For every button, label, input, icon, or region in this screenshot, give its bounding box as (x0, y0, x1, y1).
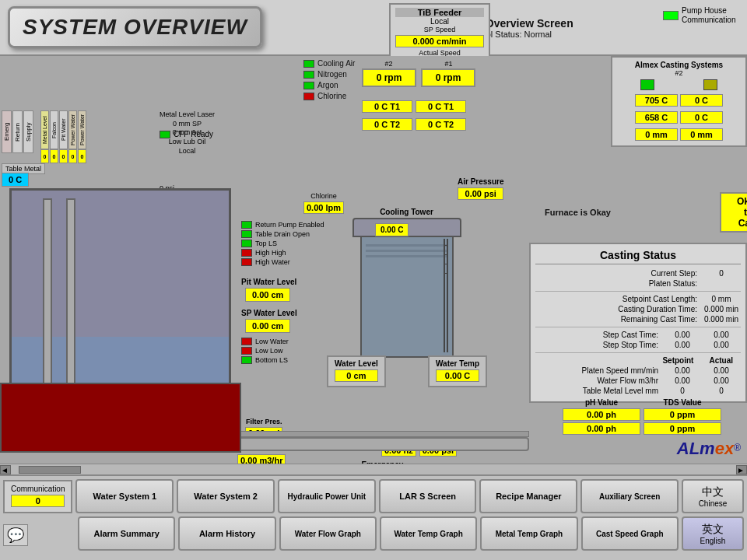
tds-value-2: 0 ppm (644, 422, 721, 435)
cs-setpoint-header: Setpoint (662, 356, 693, 365)
chinese-lang: 中文 (702, 485, 724, 499)
cs-platen-speed-label: Platen Speed mm/min (535, 366, 663, 375)
metal-level-btn[interactable]: Metal Level (40, 110, 49, 149)
cs-step-stop-label: Step Stop Time: (535, 341, 663, 349)
metal-temp-graph-btn[interactable]: Metal Temp Graph (480, 516, 577, 551)
water-temp-graph-btn[interactable]: Water Temp Graph (380, 516, 477, 551)
air-pressure-value: 0.00 psi (458, 187, 503, 200)
air-pressure-label: Air Pressure (458, 177, 503, 186)
title-box: SySTEM OVERVIEW (8, 6, 262, 48)
falcon-val: 0 (50, 149, 58, 163)
casting-status-panel: Casting Status Current Step: 0 Platen St… (529, 243, 747, 403)
cs-platen-speed: Platen Speed mm/min 0.00 0.00 (535, 366, 741, 375)
ind-label-1: Return Pump Enabled (255, 221, 324, 229)
cs-current-step: Current Step: 0 (535, 269, 741, 278)
cast-temp-3: 658 C (635, 111, 678, 124)
cast-mm-2: 0 mm (680, 128, 723, 141)
water-system-1-btn[interactable]: Water System 1 (75, 479, 174, 513)
almex-reg: ® (734, 443, 741, 453)
sp-water-level-label: SP Water Level (241, 309, 297, 317)
scroll-thumb[interactable] (19, 466, 81, 474)
ind-led-3 (241, 240, 252, 247)
main-title: SySTEM OVERVIEW (23, 15, 247, 39)
sp-water-level-value: 0.00 cm (245, 319, 290, 333)
temp-t1-2: 0 C T1 (416, 100, 466, 113)
water-system-2-btn[interactable]: Water System 2 (177, 479, 275, 513)
power-water-btn-1[interactable]: Power Water (68, 110, 77, 149)
cff-ready-area: CFF Ready (160, 130, 213, 138)
cs-remaining-cast: Remaining Cast Time: 0.000 min (535, 315, 741, 324)
lars-screen-btn[interactable]: LAR S Screen (379, 479, 477, 513)
horizontal-scrollbar[interactable]: ◄ ► (0, 464, 747, 474)
metal-level-val: 0 (40, 149, 49, 163)
cs-step-stop-sp: 0.00 (663, 341, 702, 349)
led-block-1 (640, 79, 654, 90)
cs-casting-duration: Casting Duration Time: 0.000 min (535, 305, 741, 313)
comm-label: Communication (11, 485, 65, 493)
pit-water-btn[interactable]: Pit Water (59, 110, 68, 149)
gas-cooling-air: Cooling Air (303, 59, 364, 68)
cs-step-cast: Step Cast Time: 0.00 0.00 (535, 331, 741, 339)
vert-power-water-2: Power Water 0 (78, 110, 86, 163)
cs-water-flow: Water Flow m3/hr 0.00 0.00 (535, 376, 741, 385)
cs-platen-speed-act: 0.00 (702, 366, 741, 375)
ind-high-water: High Water (241, 258, 342, 266)
metal-sp: 0 mm SP (160, 120, 215, 129)
alarm-history-btn[interactable]: Alarm History (178, 516, 275, 551)
tds-col: TDS Value 0 ppm 0 ppm (644, 398, 721, 436)
almex-logo-area: ALmex® (537, 439, 747, 459)
chat-icon[interactable]: 💬 (3, 524, 28, 546)
air-pressure-area: Air Pressure 0.00 psi (458, 177, 503, 201)
almex-cast-title: Almex Casting Systems (615, 61, 742, 69)
chart-area (0, 383, 241, 453)
cs-cast-length: Setpoint Cast Length: 0 mm (535, 295, 741, 303)
recipe-manager-btn[interactable]: Recipe Manager (479, 479, 577, 513)
alarm-summary-btn[interactable]: Alarm Summary (78, 516, 175, 551)
cs-table-metal-sp: 0 (663, 387, 702, 395)
cs-table-metal-level: Table Metal Level mm 0 0 (535, 387, 741, 395)
gas-nitrogen: Nitrogen (303, 70, 364, 79)
scroll-right-btn[interactable]: ► (736, 465, 747, 474)
emerg-btn[interactable]: Emerg (2, 110, 12, 153)
cs-casting-duration-value: 0.000 min (702, 305, 741, 313)
temp-t1-row: 0 C T1 0 C T1 0 C T2 0 C T2 (362, 99, 466, 132)
ind-high-high: High High (241, 249, 342, 257)
gas-led-4 (303, 93, 314, 100)
ind-label-3: Top LS (255, 240, 277, 247)
vert-item-return: Return (12, 110, 23, 153)
cs-platen-speed-sp: 0.00 (663, 366, 702, 375)
ind-label-5: High Water (255, 258, 290, 266)
footer-bottom-spacer: 💬 (3, 521, 75, 546)
water-flow-graph-btn[interactable]: Water Flow Graph (279, 516, 377, 551)
pump-house-led (663, 11, 679, 20)
gas-label-2: Nitrogen (317, 70, 364, 79)
filter-pres-label: Filter Pres. (245, 418, 282, 425)
power-water-btn-2[interactable]: Power Water (78, 110, 86, 149)
cs-step-cast-act: 0.00 (702, 331, 741, 339)
ind-top-ls: Top LS (241, 240, 342, 247)
gas-label-1: Cooling Air (317, 59, 364, 68)
tds-value-1: 0 ppm (644, 408, 721, 421)
gas-chlorine: Chlorine (303, 92, 364, 100)
cast-temp-1: 705 C (635, 94, 678, 107)
supply-btn[interactable]: Supply (23, 110, 33, 153)
chinese-btn[interactable]: 中文 Chinese (682, 479, 744, 513)
control-status: Control Status: Normal (270, 30, 747, 39)
english-btn[interactable]: 英文 English (682, 516, 744, 551)
ind-led-4 (241, 249, 252, 257)
left-vert-items: Emerg Return Supply (0, 109, 35, 155)
cast-speed-graph-btn[interactable]: Cast Speed Graph (581, 516, 679, 551)
scroll-left-btn[interactable]: ◄ (0, 465, 11, 474)
hydraulic-power-unit-btn[interactable]: Hydraulic Power Unit (278, 479, 376, 513)
ph-value-1: 0.00 ph (563, 408, 640, 421)
auxiliary-screen-btn[interactable]: Auxiliary Screen (580, 479, 679, 513)
header: SySTEM OVERVIEW System Overview Screen C… (0, 0, 747, 56)
cs-remaining-label: Remaining Cast Time: (535, 315, 702, 324)
tower-body (360, 233, 454, 358)
return-btn[interactable]: Return (12, 110, 23, 153)
footer: Communication 0 Water System 1 Water Sys… (0, 474, 747, 560)
chlorine-label: Chlorine (303, 192, 344, 200)
power-water-val-1: 0 (68, 149, 77, 163)
ph-col: pH Value 0.00 ph 0.00 ph (563, 398, 640, 436)
falcon-btn[interactable]: Falcon (50, 110, 58, 149)
